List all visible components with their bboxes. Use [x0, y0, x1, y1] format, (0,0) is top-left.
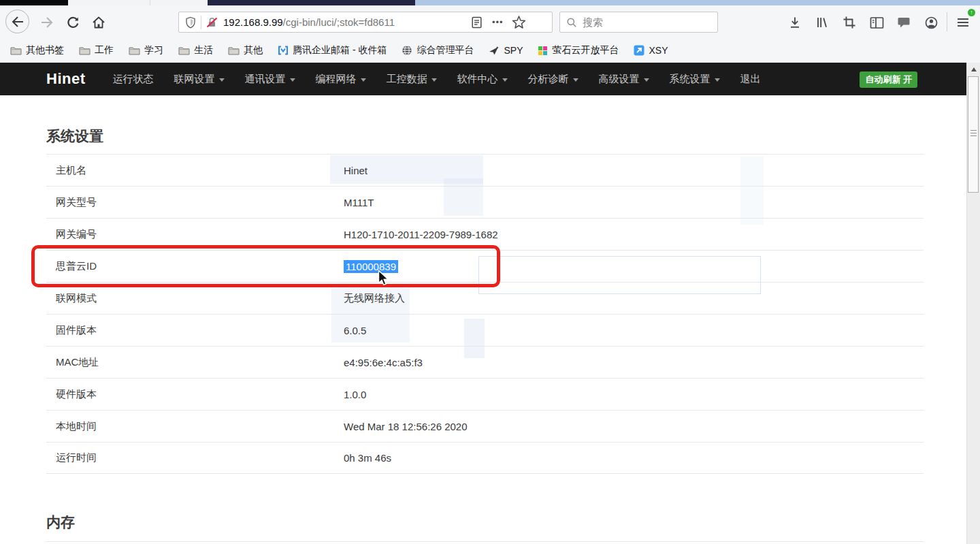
folder-icon	[178, 46, 190, 55]
tracking-shield-icon[interactable]	[185, 16, 196, 29]
nav-item-label: 软件中心	[457, 73, 498, 86]
table-row-gateway-model: 网关型号 M111T	[46, 186, 924, 218]
nav-item-industrial-data[interactable]: 工控数据	[387, 73, 437, 86]
nav-item-network-setup[interactable]: 联网设置	[174, 73, 225, 86]
scrollbar-up-button[interactable]	[967, 64, 980, 74]
row-value: 无线网络接入	[344, 292, 405, 305]
bookmark-tencent-mail[interactable]: 腾讯企业邮箱 - 收件箱	[278, 44, 387, 57]
bookmark-study[interactable]: 学习	[129, 44, 163, 57]
reload-icon	[66, 16, 80, 29]
row-value: e4:95:6e:4c:a5:f3	[344, 357, 423, 368]
person-icon	[924, 16, 938, 30]
vertical-scrollbar[interactable]	[966, 63, 980, 544]
bookmark-management-platform[interactable]: 综合管理平台	[402, 44, 474, 57]
bookmark-life[interactable]: 生活	[178, 44, 213, 57]
table-row-firmware-version: 固件版本 6.0.5	[46, 314, 924, 346]
chevron-down-icon	[361, 78, 366, 82]
nav-item-label: 编程网络	[316, 73, 357, 86]
forward-arrow-icon	[39, 15, 54, 30]
arrow-square-icon	[634, 45, 644, 56]
bookmark-label: 工作	[95, 44, 114, 57]
row-value: 1.0.0	[344, 389, 366, 400]
nav-item-programming-network[interactable]: 编程网络	[316, 73, 366, 86]
row-label: 运行时间	[46, 451, 97, 464]
bookmark-spy[interactable]: SPY	[489, 45, 523, 56]
bookmark-misc[interactable]: 其他	[228, 44, 263, 57]
nav-item-label: 工控数据	[387, 73, 427, 86]
library-icon	[815, 16, 829, 29]
nav-item-software-center[interactable]: 软件中心	[457, 73, 508, 86]
bookmark-label: 腾讯企业邮箱 - 收件箱	[293, 44, 387, 57]
bookmark-star-icon[interactable]	[512, 15, 526, 29]
table-row-mac-address: MAC地址 e4:95:6e:4c:a5:f3	[46, 346, 924, 378]
search-input[interactable]	[583, 16, 705, 28]
chevron-down-icon	[502, 78, 508, 82]
auto-refresh-badge[interactable]: 自动刷新 开	[860, 71, 917, 88]
plane-icon	[489, 46, 500, 56]
color-squares-icon	[538, 46, 548, 56]
nav-item-label: 运行状态	[113, 73, 154, 86]
url-host: 192.168.9.99	[223, 16, 283, 28]
bookmark-other-bookmarks[interactable]: 其他书签	[10, 44, 64, 57]
reader-mode-icon[interactable]	[471, 16, 483, 29]
library-button[interactable]	[813, 14, 831, 31]
messages-button[interactable]	[895, 14, 913, 31]
update-available-badge[interactable]: ↑	[966, 7, 977, 18]
chevron-down-icon	[219, 78, 225, 82]
url-text[interactable]: 192.168.9.99/cgi-bin/luci/;stok=fd8611	[223, 16, 470, 28]
folder-icon	[228, 46, 240, 55]
account-button[interactable]	[922, 14, 940, 31]
row-label: 硬件版本	[46, 388, 97, 401]
nav-item-advanced-settings[interactable]: 高级设置	[599, 73, 649, 86]
active-tab-sliver[interactable]	[208, 0, 415, 5]
url-fade-overlay	[429, 16, 470, 28]
tabstrip-dark-segment	[0, 0, 68, 5]
forward-button[interactable]	[38, 14, 56, 31]
nav-item-label: 系统设置	[670, 73, 710, 86]
browser-tab-strip	[0, 0, 980, 5]
back-button[interactable]	[5, 10, 29, 33]
chevron-down-icon	[290, 78, 295, 82]
home-button[interactable]	[90, 14, 108, 31]
bookmark-ezviz-platform[interactable]: 萤石云开放平台	[538, 44, 619, 57]
reload-button[interactable]	[64, 14, 82, 31]
nav-item-status[interactable]: 运行状态	[113, 73, 154, 86]
nav-item-comm-settings[interactable]: 通讯设置	[245, 73, 295, 86]
crop-icon	[843, 16, 856, 29]
page-actions-icon[interactable]: •••	[492, 17, 504, 27]
row-label: 网关编号	[46, 228, 97, 241]
nav-item-diagnostics[interactable]: 分析诊断	[528, 73, 578, 86]
bookmark-label: 生活	[194, 44, 213, 57]
row-label: 固件版本	[46, 324, 97, 337]
table-row-hostname: 主机名 Hinet	[46, 154, 924, 186]
globe-icon	[402, 45, 412, 56]
bookmark-work[interactable]: 工作	[79, 44, 114, 57]
nav-item-label: 联网设置	[174, 73, 215, 86]
screenshot-button[interactable]	[840, 14, 858, 31]
row-value: 0h 3m 46s	[344, 452, 391, 464]
row-label: MAC地址	[46, 356, 99, 369]
row-value: M111T	[344, 197, 374, 208]
system-info-table: 主机名 Hinet 网关型号 M111T 网关编号 H120-1710-2011…	[46, 154, 924, 474]
triangle-up-icon	[971, 67, 977, 71]
table-row-network-mode: 联网模式 无线网络接入	[46, 282, 924, 314]
bookmark-xsy[interactable]: XSY	[634, 45, 668, 56]
row-label: 本地时间	[46, 420, 97, 433]
row-label: 主机名	[46, 164, 86, 177]
row-label: 思普云ID	[46, 260, 97, 273]
row-value: Wed Mar 18 12:56:26 2020	[344, 421, 468, 432]
download-button[interactable]	[786, 14, 804, 31]
insecure-lock-icon[interactable]	[206, 17, 218, 28]
search-box[interactable]	[559, 12, 718, 33]
table-row-local-time: 本地时间 Wed Mar 18 12:56:26 2020	[46, 410, 924, 442]
scrollbar-thumb[interactable]	[968, 76, 979, 193]
sidebar-icon	[870, 16, 884, 29]
url-bar[interactable]: 192.168.9.99/cgi-bin/luci/;stok=fd8611 •…	[178, 12, 553, 33]
sidebar-toggle-button[interactable]	[868, 14, 885, 31]
nav-item-system-settings[interactable]: 系统设置	[670, 73, 720, 86]
folder-icon	[10, 46, 22, 55]
nav-item-logout[interactable]: 退出	[740, 73, 761, 86]
chevron-down-icon	[715, 78, 720, 82]
chevron-down-icon	[644, 78, 649, 82]
bookmark-label: XSY	[649, 45, 668, 56]
